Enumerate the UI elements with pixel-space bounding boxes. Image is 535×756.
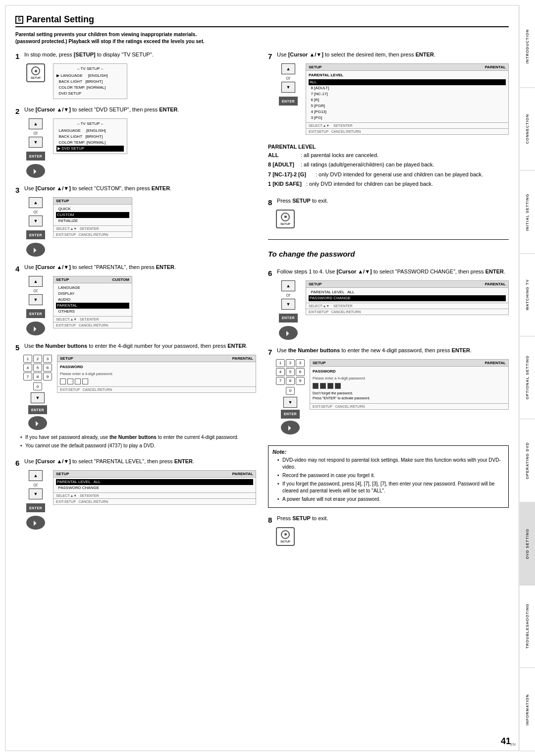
up-6l[interactable]: ▲ [29,470,43,481]
down-6c[interactable]: ▼ [281,299,295,310]
page-number: 41 [501,736,511,747]
parental-level-section: PARENTAL LEVEL ALL : all parental locks … [268,144,509,190]
number-pad-7c: 1 2 3 4 5 6 7 8 9 [276,359,305,385]
enter-7r[interactable]: ENTER [279,97,298,106]
note-box: Note: DVD-video may not respond to paren… [268,445,509,508]
sidebar-tab-connection: CONNECTION [520,88,535,170]
sidebar-tab-troubleshooting: TROUBLESHOOTING [520,585,535,668]
step-2: 2 Use [Cursor ▲/▼] to select "DVD SETUP"… [15,106,256,178]
enter-6c[interactable]: ENTER [279,314,298,323]
enter-btn[interactable]: ENTER [26,152,45,161]
enter-btn-4[interactable]: ENTER [26,309,45,318]
change-password-title: To change the password [268,250,509,258]
down-7r[interactable]: ▼ [281,82,295,93]
screen-new-password: SETUP PARENTAL PASSWORD Please enter a 4… [310,359,509,410]
sidebar-tab-dvd-setting: DVD SETTING [520,502,535,585]
screen-tv-setup-1: – TV SETUP – ▶ LANGUAGE [ENGLISH] BACK L… [53,63,127,99]
left-column: 1 In stop mode, press [SETUP] to display… [15,51,256,546]
checkbox-icon: 5 [15,16,23,24]
step-3: 3 Use [Cursor ▲/▼] to select "CUSTOM", t… [15,185,256,257]
page-lang: EN [510,742,516,747]
step-6-left: 6 Use [Cursor ▲/▼] to select "PARENTAL L… [15,458,256,530]
step-8-right-1: 8 Press SETUP to exit. SETUP [268,197,509,228]
two-col-layout: 1 In stop mode, press [SETUP] to display… [15,51,509,546]
sidebar-tab-introduction: INTRODUCTION [520,5,535,88]
enter-btn-3[interactable]: ENTER [26,230,45,239]
enter-7c[interactable]: ENTER [281,410,300,419]
step-4: 4 Use [Cursor ▲/▼] to select "PARENTAL",… [15,264,256,335]
up-arrow-btn-3[interactable]: ▲ [29,197,43,208]
up-7r[interactable]: ▲ [281,63,295,74]
screen-parental-level-list: SETUP PARENTAL PARENTAL LEVEL ALL 8 [ADU… [306,63,509,135]
sidebar-tab-watching-tv: WATCHING TV [520,254,535,336]
screen-tv-setup-2: – TV SETUP – LANGUAGE [ENGLISH] BACK LIG… [53,118,127,154]
page-title: 5 Parental Setting [15,14,509,27]
screen-custom: SETUP QUICK CUSTOM INITIALIZE SELECT:▲▼ … [53,197,132,238]
up-arrow-btn[interactable]: ▲ [29,118,43,129]
down-arrow-btn-3[interactable]: ▼ [29,216,43,226]
enter-6l[interactable]: ENTER [26,503,45,512]
title-text: Parental Setting [26,14,94,25]
down-7c[interactable]: ▼ [283,397,297,408]
step-7-change: 7 Use the Number buttons to enter the ne… [268,347,509,434]
play-btn-3[interactable]: ⏵ [26,243,45,257]
number-pad-5: 1 2 3 4 5 6 7 8 9 [23,355,52,380]
step-1: 1 In stop mode, press [SETUP] to display… [15,51,256,99]
step-6-change: 6 Follow steps 1 to 4. Use [Cursor ▲/▼] … [268,268,509,340]
play-btn[interactable]: ⏵ [26,164,45,178]
sidebar-tab-optional-setting: OPTIONAL SETTING [520,336,535,419]
step-5: 5 Use the Number buttons to enter the 4-… [15,342,256,451]
enter-5[interactable]: ENTER [28,405,47,414]
screen-password-change: SETUP PARENTAL PARENTAL LEVEL ALL PASSWO… [306,280,509,315]
sidebar-right: INTRODUCTION CONNECTION INITIAL SETTING … [519,5,535,751]
setup-icon-8r1: SETUP [276,210,295,228]
up-arrow-btn-4[interactable]: ▲ [29,276,43,287]
main-content: 5 Parental Setting Parental setting prev… [5,5,519,751]
sidebar-tab-initial-setting: INITIAL SETTING [520,171,535,254]
down-arrow-btn[interactable]: ▼ [29,137,43,148]
play-5[interactable]: ⏵ [28,416,47,430]
play-6l[interactable]: ⏵ [26,516,45,530]
right-column: 7 Use [Cursor ▲/▼] to select the desired… [268,51,509,546]
down-6l[interactable]: ▼ [29,488,43,499]
play-btn-4[interactable]: ⏵ [26,322,45,335]
play-6c[interactable]: ⏵ [279,326,298,340]
sidebar-tab-information: INFORMATION [520,668,535,751]
setup-icon-8r2: SETUP [276,527,295,546]
down-arrow-btn-4[interactable]: ▼ [29,294,43,305]
play-7c[interactable]: ⏵ [281,421,300,434]
down-arrow-5[interactable]: ▼ [31,392,45,403]
subtitle: Parental setting prevents your children … [15,31,509,45]
up-6c[interactable]: ▲ [281,280,295,291]
screen-parental-level-select: SETUP PARENTAL PARENTAL LEVEL ALL PASSWO… [53,470,256,505]
step-7-right: 7 Use [Cursor ▲/▼] to select the desired… [268,51,509,135]
screen-password-5: SETUP PARENTAL PASSWORD Please enter a 4… [57,355,256,393]
step-8-right-2: 8 Press SETUP to exit. SETUP [268,515,509,546]
section-divider [268,239,509,240]
screen-parental-select: SETUP CUSTOM LANGUAGE DISPLAY AUDIO PARE… [53,276,132,328]
sidebar-tab-operating-dvd: OPERATING DVD [520,420,535,502]
setup-icon-1: SETUP [26,63,45,82]
